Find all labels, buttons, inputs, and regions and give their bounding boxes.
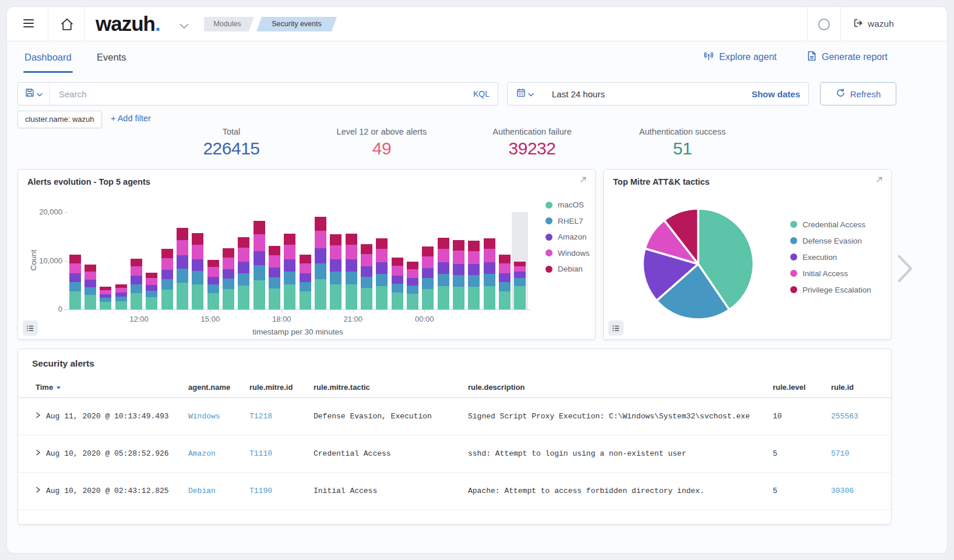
stacked-bar[interactable] <box>484 238 495 309</box>
bar-segment-rhel7[interactable] <box>192 271 203 284</box>
bar-segment-amazon[interactable] <box>468 264 480 275</box>
bar-segment-amazon[interactable] <box>146 285 157 291</box>
bar-segment-debian[interactable] <box>438 238 449 248</box>
bar-segment-rhel7[interactable] <box>514 278 526 286</box>
stat-auth-success[interactable]: Authentication success 51 <box>607 127 758 159</box>
stacked-bar[interactable] <box>131 259 142 309</box>
bar-segment-windows[interactable] <box>115 288 127 293</box>
stacked-bar[interactable] <box>238 237 249 309</box>
stacked-bar[interactable] <box>315 217 326 309</box>
bar-segment-windows[interactable] <box>207 267 219 276</box>
bar-segment-macos[interactable] <box>514 286 526 309</box>
bar-segment-rhel7[interactable] <box>161 279 173 290</box>
bar-segment-debian[interactable] <box>146 273 157 279</box>
bar-segment-macos[interactable] <box>131 293 142 309</box>
bar-segment-rhel7[interactable] <box>131 284 142 293</box>
bar-segment-windows[interactable] <box>514 266 526 272</box>
explore-agent-button[interactable]: Explore agent <box>699 48 780 66</box>
bar-segment-rhel7[interactable] <box>438 274 449 286</box>
status-ring-icon[interactable] <box>818 19 830 30</box>
date-quick-menu[interactable] <box>508 83 543 105</box>
bar-segment-amazon[interactable] <box>254 251 265 265</box>
home-icon[interactable] <box>56 16 72 33</box>
bar-segment-amazon[interactable] <box>499 273 511 282</box>
stacked-bar[interactable] <box>69 255 81 309</box>
bar-segment-debian[interactable] <box>407 262 418 269</box>
bar-segment-amazon[interactable] <box>361 266 372 277</box>
stacked-bar[interactable] <box>376 238 388 309</box>
mitre-id-link[interactable]: T1218 <box>249 412 272 421</box>
stacked-bar[interactable] <box>499 255 511 309</box>
bar-segment-windows[interactable] <box>376 249 388 262</box>
bar-segment-windows[interactable] <box>100 290 111 295</box>
bar-segment-amazon[interactable] <box>223 269 234 279</box>
stacked-bar[interactable] <box>192 233 203 309</box>
bar-segment-amazon[interactable] <box>238 262 249 273</box>
column-time[interactable]: Time <box>18 377 181 398</box>
bar-segment-macos[interactable] <box>361 288 372 309</box>
rule-id-link[interactable]: 5710 <box>831 449 849 458</box>
bar-segment-debian[interactable] <box>453 240 464 251</box>
column-rule-mitre-id[interactable]: rule.mitre.id <box>242 377 307 398</box>
bar-segment-amazon[interactable] <box>315 248 326 263</box>
bar-segment-amazon[interactable] <box>407 278 418 286</box>
bar-segment-windows[interactable] <box>499 263 511 274</box>
bar-segment-amazon[interactable] <box>161 270 173 280</box>
bar-segment-amazon[interactable] <box>269 267 280 278</box>
stacked-bar[interactable] <box>269 246 280 309</box>
stacked-bar[interactable] <box>146 273 157 309</box>
bar-segment-windows[interactable] <box>238 248 249 262</box>
legend-item-privilege-escalation[interactable]: Privilege Escalation <box>790 281 871 298</box>
column-rule-description[interactable]: rule.description <box>461 377 766 398</box>
bar-segment-rhel7[interactable] <box>330 272 342 284</box>
tab-dashboard[interactable]: Dashboard <box>24 41 72 73</box>
bar-segment-rhel7[interactable] <box>177 269 188 283</box>
bar-segment-macos[interactable] <box>499 291 511 309</box>
logout-button[interactable]: wazuh <box>850 16 897 32</box>
search-input[interactable]: Search KQL <box>17 82 498 105</box>
bar-segment-macos[interactable] <box>254 280 265 309</box>
bar-segment-debian[interactable] <box>468 241 480 251</box>
stacked-bar[interactable] <box>407 262 418 309</box>
bar-segment-macos[interactable] <box>346 284 357 309</box>
bar-segment-macos[interactable] <box>238 286 249 309</box>
bar-segment-rhel7[interactable] <box>100 298 111 302</box>
bar-segment-macos[interactable] <box>85 295 96 309</box>
bar-segment-macos[interactable] <box>69 291 81 309</box>
sort-desc-icon[interactable] <box>56 383 61 392</box>
kql-toggle[interactable]: KQL <box>473 89 490 98</box>
column-rule-level[interactable]: rule.level <box>766 377 824 398</box>
bar-segment-macos[interactable] <box>100 302 111 309</box>
refresh-button[interactable]: Refresh <box>820 82 896 105</box>
chevron-down-icon[interactable] <box>179 21 189 31</box>
bar-segment-macos[interactable] <box>392 293 403 309</box>
bar-segment-windows[interactable] <box>300 263 311 274</box>
bar-segment-windows[interactable] <box>315 231 326 248</box>
stacked-bar[interactable] <box>468 241 480 309</box>
bar-segment-windows[interactable] <box>438 249 449 262</box>
mitre-id-link[interactable]: T1110 <box>249 449 272 458</box>
bar-segment-amazon[interactable] <box>300 273 311 282</box>
bar-segment-rhel7[interactable] <box>284 272 295 284</box>
bar-segment-rhel7[interactable] <box>499 282 511 291</box>
bar-segment-debian[interactable] <box>269 246 280 255</box>
bar-segment-debian[interactable] <box>499 255 511 263</box>
stacked-bar[interactable] <box>161 249 173 309</box>
inspect-panel-icon[interactable] <box>23 320 38 336</box>
bar-segment-windows[interactable] <box>346 245 357 259</box>
column-rule-id[interactable]: rule.id <box>824 377 892 398</box>
bar-segment-amazon[interactable] <box>207 277 219 285</box>
time-range-value[interactable]: Last 24 hours <box>552 89 752 99</box>
wazuh-logo[interactable]: wazuh. <box>96 12 160 36</box>
agent-link[interactable]: Debian <box>188 487 216 495</box>
carousel-next-icon[interactable] <box>895 253 915 284</box>
bar-segment-rhel7[interactable] <box>269 277 280 288</box>
bar-segment-windows[interactable] <box>361 254 372 266</box>
bar-segment-debian[interactable] <box>361 244 372 254</box>
bar-segment-macos[interactable] <box>177 283 188 309</box>
bar-segment-debian[interactable] <box>330 234 342 245</box>
bar-segment-macos[interactable] <box>484 286 495 309</box>
bar-segment-debian[interactable] <box>69 255 81 263</box>
bar-segment-macos[interactable] <box>192 284 203 309</box>
bar-segment-macos[interactable] <box>422 289 434 309</box>
